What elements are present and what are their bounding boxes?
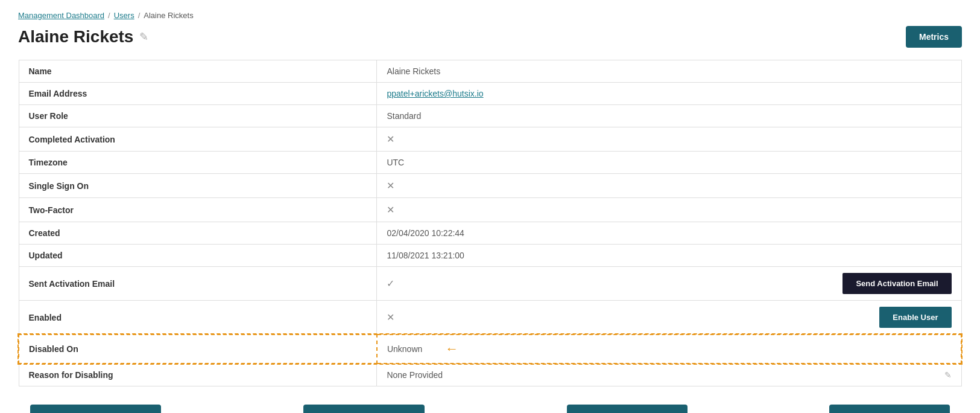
- row-value: UTC: [377, 152, 961, 174]
- row-label: Updated: [19, 245, 377, 267]
- table-row: Enabled✕Enable User: [19, 301, 961, 335]
- row-value-with-btn: ✕Enable User: [387, 307, 951, 328]
- row-value: 02/04/2020 10:22:44: [377, 222, 961, 245]
- row-value: 11/08/2021 13:21:00: [377, 245, 961, 267]
- row-label: Single Sign On: [19, 174, 377, 198]
- table-row: NameAlaine Rickets: [19, 60, 961, 83]
- row-label: Reason for Disabling: [19, 363, 377, 386]
- row-value: ✕: [377, 198, 961, 222]
- row-value-text: Unknown: [387, 344, 422, 354]
- bottom-actions: Download All User Data Two-Factor Recove…: [18, 405, 962, 413]
- row-label: Created: [19, 222, 377, 245]
- table-row: Two-Factor✕: [19, 198, 961, 222]
- enable-user-button[interactable]: Enable User: [879, 307, 951, 328]
- row-value-text: ✕: [387, 312, 394, 323]
- row-value-text: None Provided: [387, 370, 443, 380]
- delete-user-button[interactable]: Delete user: [829, 405, 950, 413]
- row-value-text[interactable]: ppatel+arickets@hutsix.io: [387, 89, 483, 98]
- row-value-text: ✕: [387, 181, 394, 191]
- row-value: Standard: [377, 105, 961, 127]
- breadcrumb-management-dashboard[interactable]: Management Dashboard: [18, 11, 104, 20]
- row-label: Completed Activation: [19, 127, 377, 152]
- row-value: Alaine Rickets: [377, 60, 961, 83]
- download-all-user-data-button[interactable]: Download All User Data: [30, 405, 161, 413]
- table-row: Disabled OnUnknown←: [19, 335, 961, 363]
- row-value-text: 02/04/2020 10:22:44: [387, 228, 464, 238]
- row-value: ✕Enable User: [377, 301, 961, 335]
- row-value: None Provided✎: [377, 363, 961, 386]
- table-row: Updated11/08/2021 13:21:00: [19, 245, 961, 267]
- page-wrapper: Management Dashboard / Users / Alaine Ri…: [0, 0, 980, 413]
- table-row: Sent Activation Email✓Send Activation Em…: [19, 267, 961, 301]
- row-label: Timezone: [19, 152, 377, 174]
- page-title-wrap: Alaine Rickets ✎: [18, 27, 148, 46]
- reset-password-button[interactable]: Reset Password: [567, 405, 688, 413]
- row-label: Enabled: [19, 301, 377, 335]
- breadcrumb-current: Alaine Rickets: [144, 11, 193, 20]
- table-row: Single Sign On✕: [19, 174, 961, 198]
- row-label: Name: [19, 60, 377, 83]
- row-value-text: UTC: [387, 158, 404, 167]
- row-label: Sent Activation Email: [19, 267, 377, 301]
- edit-title-icon[interactable]: ✎: [139, 30, 148, 43]
- table-row: Completed Activation✕: [19, 127, 961, 152]
- two-factor-recovery-button[interactable]: Two-Factor Recovery: [303, 405, 425, 413]
- row-label: Disabled On: [19, 335, 377, 363]
- edit-cell-icon[interactable]: ✎: [944, 370, 952, 380]
- row-value: ppatel+arickets@hutsix.io: [377, 83, 961, 105]
- row-label: User Role: [19, 105, 377, 127]
- row-value: Unknown←: [377, 335, 961, 363]
- row-label: Email Address: [19, 83, 377, 105]
- table-row: Email Addressppatel+arickets@hutsix.io: [19, 83, 961, 105]
- row-value: ✓Send Activation Email: [377, 267, 961, 301]
- breadcrumb-separator-1: /: [108, 11, 110, 20]
- table-row: Reason for DisablingNone Provided✎: [19, 363, 961, 386]
- breadcrumb-users[interactable]: Users: [114, 11, 134, 20]
- row-label: Two-Factor: [19, 198, 377, 222]
- metrics-button[interactable]: Metrics: [906, 26, 962, 48]
- disabled-on-annotation: Unknown←: [387, 341, 951, 357]
- page-header: Alaine Rickets ✎ Metrics: [18, 26, 962, 48]
- table-row: User RoleStandard: [19, 105, 961, 127]
- row-value-text: 11/08/2021 13:21:00: [387, 251, 464, 260]
- page-title: Alaine Rickets: [18, 27, 133, 46]
- row-value: ✕: [377, 127, 961, 152]
- row-value-with-btn: ✓Send Activation Email: [387, 273, 951, 294]
- row-value-text: ✕: [387, 205, 394, 215]
- orange-arrow-icon: ←: [445, 341, 458, 357]
- table-row: Created02/04/2020 10:22:44: [19, 222, 961, 245]
- row-value-text: ✕: [387, 134, 394, 144]
- row-value: ✕: [377, 174, 961, 198]
- send-activation-email-button[interactable]: Send Activation Email: [842, 273, 951, 294]
- table-row: TimezoneUTC: [19, 152, 961, 174]
- row-value-text: Alaine Rickets: [387, 66, 440, 76]
- row-value-text: Standard: [387, 111, 421, 121]
- breadcrumb: Management Dashboard / Users / Alaine Ri…: [18, 11, 962, 20]
- row-value-text: ✓: [387, 278, 394, 289]
- breadcrumb-separator-2: /: [138, 11, 141, 20]
- user-info-table: NameAlaine RicketsEmail Addressppatel+ar…: [18, 60, 962, 386]
